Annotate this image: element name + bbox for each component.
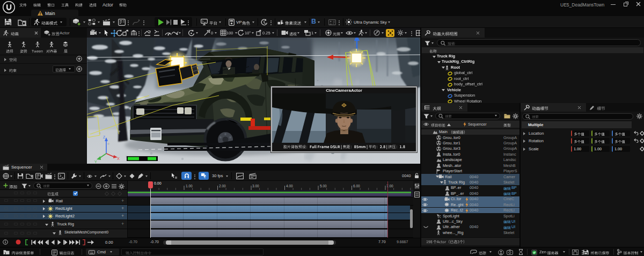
svg-text:3.00: 3.00 <box>252 184 259 188</box>
svg-text:6.00: 6.00 <box>353 184 360 188</box>
svg-text:2.00: 2.00 <box>219 184 226 188</box>
svg-text:5.00: 5.00 <box>320 184 327 188</box>
svg-text:4.00: 4.00 <box>286 184 293 188</box>
svg-text:Y: Y <box>94 160 97 164</box>
svg-text:Z: Z <box>103 135 106 139</box>
svg-text:1.00: 1.00 <box>186 184 193 188</box>
svg-text:X: X <box>117 157 120 160</box>
